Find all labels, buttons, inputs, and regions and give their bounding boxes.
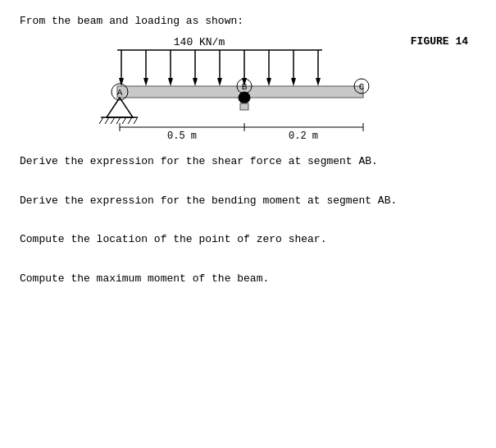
- svg-line-31: [128, 117, 132, 124]
- svg-line-29: [116, 117, 121, 124]
- svg-marker-24: [107, 98, 133, 117]
- svg-marker-1: [119, 78, 124, 86]
- point-a-label: A: [116, 88, 122, 98]
- svg-marker-15: [291, 78, 296, 86]
- point-b-label: B: [241, 82, 247, 92]
- svg-marker-9: [217, 78, 222, 86]
- load-label: 140 KN/m: [173, 36, 225, 48]
- svg-rect-33: [240, 103, 248, 110]
- question-4: Compute the maximum moment of the beam.: [20, 271, 476, 287]
- figure-label: FIGURE 14: [411, 35, 468, 48]
- intro-text: From the beam and loading as shown:: [20, 15, 476, 27]
- svg-marker-17: [316, 78, 321, 86]
- diagram-container: FIGURE 14 140 KN/m: [20, 35, 476, 142]
- svg-line-30: [122, 117, 126, 124]
- question-3: Compute the location of the point of zer…: [20, 231, 476, 248]
- svg-line-27: [105, 117, 109, 124]
- svg-line-32: [134, 117, 138, 124]
- beam-diagram: 140 KN/m: [72, 35, 425, 142]
- svg-marker-5: [168, 78, 173, 86]
- dim1-label: 0.5 m: [166, 130, 196, 142]
- svg-line-28: [111, 117, 115, 124]
- question-1: Derive the expression for the shear forc…: [20, 153, 476, 170]
- dim2-label: 0.2 m: [288, 130, 317, 142]
- svg-marker-13: [266, 78, 271, 86]
- point-c-label: C: [358, 82, 364, 92]
- svg-marker-7: [193, 78, 198, 86]
- question-2: Derive the expression for the bending mo…: [20, 193, 476, 209]
- svg-line-26: [99, 117, 103, 124]
- svg-marker-3: [143, 78, 148, 86]
